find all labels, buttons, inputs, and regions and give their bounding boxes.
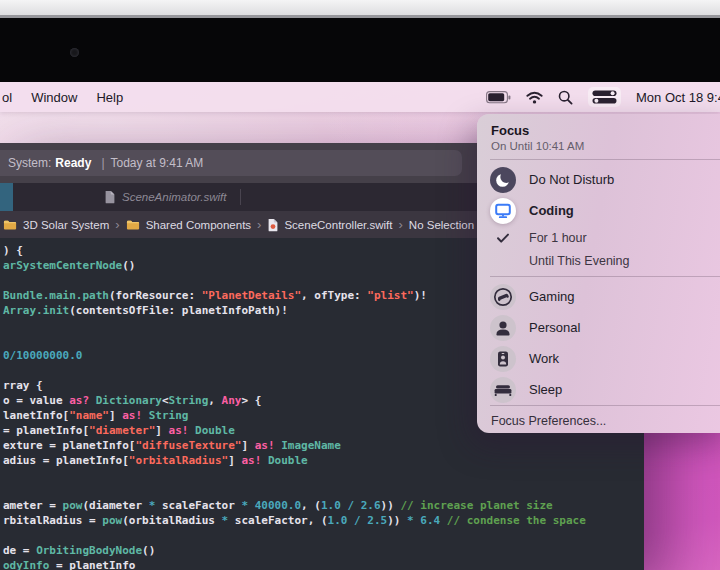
webcam-dot [70,48,79,57]
focus-header: Focus On Until 10:41 AM [477,114,720,159]
wifi-icon[interactable] [526,91,543,104]
focus-item-label: Gaming [529,289,575,304]
status-system-state: Ready [55,156,91,170]
breadcrumb-label: 3D Solar System [23,219,109,231]
chevron-right-icon: › [397,217,403,232]
menu-ol[interactable]: ol [2,90,12,105]
chevron-right-icon: › [256,217,262,232]
code-line: exture = planetInfo["diffuseTexture"] as… [3,438,644,453]
desktop-wallpaper: System: Ready | Today at 9:41 AM SceneAn… [0,82,720,570]
display-icon [490,198,516,224]
code-line: rbitalRadius = pow(orbitalRadius * scale… [3,513,644,528]
breadcrumb-scenecontroller-swift[interactable]: SceneController.swift [267,218,392,232]
code-line: odyInfo = planetInfo [3,558,644,570]
focus-item-personal[interactable]: Personal [477,312,720,343]
badge-icon [490,346,516,372]
editor-tab[interactable]: SceneAnimator.swift [104,190,226,204]
focus-item-do-not-disturb[interactable]: Do Not Disturb [477,164,720,195]
focus-title: Focus [491,123,717,138]
document-icon [104,190,116,204]
focus-duration-until-this-evening[interactable]: Until This Evening [477,249,720,272]
focus-duration-for-1-hour[interactable]: For 1 hour [477,226,720,249]
code-line: de = OrbitingBodyNode() [3,543,644,558]
folder-icon [3,219,18,231]
focus-item-label: Coding [529,203,574,218]
code-line [3,468,644,483]
control-center-icon[interactable] [588,87,621,107]
focus-item-label: Do Not Disturb [529,172,614,187]
focus-item-sleep[interactable]: Sleep [477,374,720,405]
person-icon [490,315,516,341]
breadcrumb-label: Shared Components [146,219,251,231]
focus-item-work[interactable]: Work [477,343,720,374]
code-line [3,528,644,543]
breadcrumb-label: SceneController.swift [284,219,392,231]
status-activity-time: Today at 9:41 AM [111,156,204,170]
menu-bar-status-area: Mon Oct 18 9:4 [486,82,720,112]
moon-icon [490,167,516,193]
code-line [3,483,644,498]
tab-title: SceneAnimator.swift [122,191,226,203]
laptop-bezel [0,18,720,82]
menu-help[interactable]: Help [96,90,123,105]
menu-bar-menus: olWindowHelp [0,90,142,105]
bed-icon [490,377,516,403]
menu-window[interactable]: Window [31,90,77,105]
code-line: ameter = pow(diameter * scaleFactor * 40… [3,498,644,513]
breadcrumb-no-selection[interactable]: No Selection [409,219,474,231]
folder-icon [126,219,141,231]
focus-duration-label: Until This Evening [529,254,630,268]
focus-item-gaming[interactable]: Gaming [477,281,720,312]
focus-item-coding[interactable]: Coding [477,195,720,226]
check-icon [490,230,516,246]
breadcrumb-shared-components[interactable]: Shared Components [126,219,251,231]
search-icon[interactable] [558,90,573,105]
focus-item-label: Sleep [529,382,562,397]
focus-dropdown-panel: Focus On Until 10:41 AM Do Not DisturbCo… [477,114,720,433]
photo-background-strip [0,0,720,18]
code-line: adius = planetInfo["orbitalRadius"] as! … [3,453,644,468]
focus-subtitle: On Until 10:41 AM [491,140,717,152]
gamecontroller-icon [490,284,516,310]
focus-options-list: Do Not DisturbCodingFor 1 hourUntil This… [477,160,720,405]
breadcrumb-label: No Selection [409,219,474,231]
tab-separator [240,189,241,205]
menu-bar-clock[interactable]: Mon Oct 18 9:4 [636,90,720,105]
menu-bar: olWindowHelp Mon Oct 18 9:4 [0,82,720,112]
focus-duration-label: For 1 hour [529,231,587,245]
chevron-right-icon: › [114,217,120,232]
status-separator: | [101,156,104,170]
activity-status-bar: System: Ready | Today at 9:41 AM [0,150,462,176]
focus-item-label: Work [529,351,559,366]
swiftdoc-icon [267,218,279,232]
battery-icon[interactable] [486,91,511,104]
status-system-label: System: [8,156,51,170]
focus-item-label: Personal [529,320,580,335]
breadcrumb-3d-solar-system[interactable]: 3D Solar System [3,219,109,231]
navigator-selection-strip [0,183,13,211]
focus-preferences-button[interactable]: Focus Preferences... [477,406,720,433]
divider [490,276,720,277]
